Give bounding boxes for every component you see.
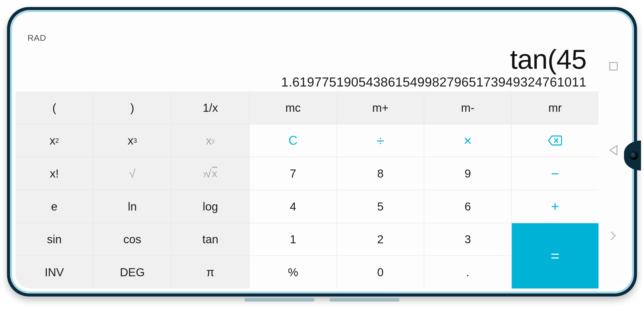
sqrt-button[interactable]: √ — [94, 157, 171, 190]
nav-forward-button[interactable] — [610, 230, 617, 242]
minus-button[interactable]: − — [512, 157, 598, 190]
clear-button[interactable]: C — [250, 124, 336, 157]
digit-8-button[interactable]: 8 — [337, 157, 424, 190]
nav-recent-button[interactable] — [609, 62, 618, 70]
radical-icon: √ — [205, 167, 212, 180]
log-button[interactable]: log — [172, 190, 249, 223]
pi-button[interactable]: π — [172, 256, 249, 288]
cos-button[interactable]: cos — [94, 223, 171, 256]
expression-display: tan(45 — [510, 45, 586, 74]
triangle-left-icon — [608, 144, 618, 156]
e-button[interactable]: e — [16, 190, 93, 223]
sin-button[interactable]: sin — [16, 223, 93, 256]
digit-9-button[interactable]: 9 — [424, 157, 511, 190]
tan-button[interactable]: tan — [172, 223, 249, 256]
divide-button[interactable]: ÷ — [337, 124, 424, 157]
plus-button[interactable]: + — [512, 190, 598, 223]
digit-6-button[interactable]: 6 — [424, 190, 511, 223]
x-squared-exp: 2 — [56, 137, 59, 144]
digit-5-button[interactable]: 5 — [337, 190, 424, 223]
x-squared-button[interactable]: x2 — [16, 124, 93, 157]
x-power-y-exp: y — [212, 137, 215, 144]
backspace-icon — [548, 136, 562, 146]
phone-screen: RAD tan(45 1.619775190543861549982796517… — [16, 15, 628, 288]
multiply-button[interactable]: × — [424, 124, 511, 157]
chevron-right-icon — [610, 230, 617, 242]
digit-0-button[interactable]: 0 — [337, 256, 424, 288]
percent-button[interactable]: % — [250, 256, 336, 288]
memory-recall-button[interactable]: mr — [512, 92, 598, 124]
x-cubed-button[interactable]: x3 — [94, 124, 171, 157]
memory-plus-button[interactable]: m+ — [337, 92, 424, 124]
inverse-button[interactable]: INV — [16, 256, 93, 288]
calculator-display: RAD tan(45 1.619775190543861549982796517… — [16, 15, 598, 92]
android-nav-bar — [598, 15, 628, 288]
digit-2-button[interactable]: 2 — [337, 223, 424, 256]
equals-button[interactable]: = — [512, 223, 598, 288]
square-icon — [609, 62, 618, 70]
memory-minus-button[interactable]: m- — [424, 92, 511, 124]
nav-back-button[interactable] — [608, 144, 618, 156]
phone-hardware-buttons — [244, 298, 400, 302]
digit-4-button[interactable]: 4 — [250, 190, 336, 223]
deg-toggle-button[interactable]: DEG — [94, 256, 171, 288]
memory-clear-button[interactable]: mc — [250, 92, 336, 124]
angle-mode-indicator[interactable]: RAD — [28, 33, 46, 43]
x-cubed-base: x — [128, 134, 134, 147]
decimal-button[interactable]: . — [424, 256, 511, 288]
y-root-x-button[interactable]: y√x — [172, 157, 249, 190]
right-paren-button[interactable]: ) — [94, 92, 171, 124]
result-display: 1.61977519054386154998279651739493247610… — [281, 74, 586, 90]
ln-button[interactable]: ln — [94, 190, 171, 223]
factorial-button[interactable]: x! — [16, 157, 93, 190]
digit-1-button[interactable]: 1 — [250, 223, 336, 256]
x-cubed-exp: 3 — [134, 137, 137, 144]
backspace-button[interactable] — [512, 124, 598, 157]
x-power-y-button[interactable]: xy — [172, 124, 249, 157]
reciprocal-button[interactable]: 1/x — [172, 92, 249, 124]
calculator-keypad: ( ) 1/x mc m+ m- mr x2 x3 xy C ÷ × — [16, 92, 598, 288]
y-root-radicand: x — [212, 168, 217, 180]
digit-3-button[interactable]: 3 — [424, 223, 511, 256]
left-paren-button[interactable]: ( — [16, 92, 93, 124]
digit-7-button[interactable]: 7 — [250, 157, 336, 190]
x-power-y-base: x — [206, 134, 212, 147]
calculator-app: RAD tan(45 1.619775190543861549982796517… — [16, 15, 598, 288]
x-squared-base: x — [50, 134, 56, 147]
